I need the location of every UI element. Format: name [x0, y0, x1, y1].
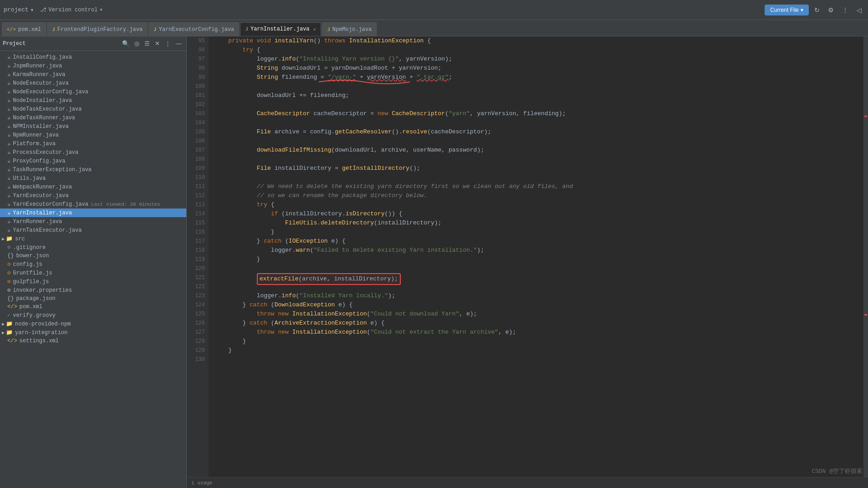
code-line-116: }: [214, 228, 863, 237]
code-line-100: [214, 82, 863, 91]
folder-label: node-provided-npm: [15, 321, 71, 327]
code-line-101: downloadUrl += fileending;: [214, 91, 863, 100]
tree-folder-src[interactable]: ▶📁src: [0, 234, 186, 243]
code-line-97: logger.info("Installing Yarn version {}"…: [214, 55, 863, 64]
tab-label-npmmojo: NpmMojo.java: [332, 26, 372, 33]
code-container: 95 96 97 98 99 100 101 102 103 104 105 1…: [187, 36, 868, 477]
tab-yarnexecutor[interactable]: J YarnExecutorConfig.java: [148, 22, 239, 36]
tab-close-yarninstaller[interactable]: ✕: [313, 26, 317, 32]
project-breadcrumb[interactable]: project ▾: [4, 6, 34, 14]
tree-item-installconfig[interactable]: ☕InstallConfig.java: [0, 53, 186, 61]
tree-item-yarnrunner[interactable]: ☕YarnRunner.java: [0, 217, 186, 226]
tree-item-invoker[interactable]: ⚙invoker.properties: [0, 286, 186, 295]
tree-folder-node-provided-npm[interactable]: ▶📁node-provided-npm: [0, 320, 186, 328]
java-file-icon: ☕: [7, 209, 10, 216]
scroll-marker-1: [864, 116, 867, 117]
sidebar-collapse-button[interactable]: ☰: [143, 39, 152, 48]
java-file-icon: ☕: [7, 97, 10, 104]
tab-yarninstaller[interactable]: J YarnInstaller.java ✕: [240, 22, 321, 36]
java-file-icon: ☕: [7, 88, 10, 95]
share-button[interactable]: ◁: [854, 5, 864, 15]
tree-item-proxyconfig[interactable]: ☕ProxyConfig.java: [0, 157, 186, 165]
js-icon: ⚙: [7, 261, 10, 268]
tab-icon-yarnexecutor: J: [153, 27, 157, 32]
tab-label-yarnexecutor: YarnExecutorConfig.java: [159, 26, 235, 33]
project-label[interactable]: project: [4, 6, 29, 13]
tree-item-npmrunner[interactable]: ☕NpmRunner.java: [0, 131, 186, 139]
java-file-icon: ☕: [7, 175, 10, 182]
folder-icon: 📁: [6, 235, 13, 242]
java-file-icon: ☕: [7, 140, 10, 147]
tree-item-gitignore[interactable]: ⊘.gitignore: [0, 243, 186, 252]
tree-item-platform[interactable]: ☕Platform.java: [0, 139, 186, 148]
tree-item-yarnexecutor[interactable]: ☕YarnExecutor.java: [0, 191, 186, 200]
tab-npmmojo[interactable]: J NpmMojo.java: [322, 22, 377, 36]
code-line-107: downloadFileIfMissing(downloadUrl, archi…: [214, 146, 863, 155]
tree-item-nodetaskrunner[interactable]: ☕NodeTaskRunner.java: [0, 113, 186, 122]
tree-item-utils[interactable]: ☕Utils.java: [0, 174, 186, 183]
tree-item-jspmrunner[interactable]: ☕JspmRunner.java: [0, 61, 186, 70]
tree-item-taskrunnerexception[interactable]: ☕TaskRunnerException.java: [0, 165, 186, 174]
folder-label: src: [15, 236, 25, 242]
tree-item-packagejson[interactable]: {}package.json: [0, 295, 186, 303]
top-bar-right: Current File ▾ ↻ ⚙ ⋮ ◁: [765, 5, 864, 15]
code-line-120: [214, 264, 863, 273]
sidebar-minimize-button[interactable]: —: [174, 39, 184, 48]
tree-item-nodetaskexecutor[interactable]: ☕NodeTaskExecutor.java: [0, 105, 186, 113]
code-line-96: try {: [214, 46, 863, 55]
tree-item-yarntaskexecutor[interactable]: ☕YarnTaskExecutor.java: [0, 226, 186, 234]
code-line-118: logger.warn("Failed to delete existing Y…: [214, 246, 863, 255]
xml-icon: </>: [7, 304, 17, 310]
sidebar-close-button[interactable]: ✕: [153, 39, 162, 48]
tab-frontend[interactable]: J FrontendPluginFactory.java: [47, 22, 148, 36]
tree-item-karmarunner[interactable]: ☕KarmaRunner.java: [0, 70, 186, 79]
code-line-103: CacheDescriptor cacheDescriptor = new Ca…: [214, 109, 863, 118]
js-icon: ⚙: [7, 269, 10, 276]
tree-item-configjs[interactable]: ⚙config.js: [0, 260, 186, 269]
tree-item-yarnexecutorconfig[interactable]: ☕YarnExecutorConfig.javaLast viewed: 26 …: [0, 200, 186, 208]
scroll-indicator: [863, 36, 868, 477]
tree-item-nodeexecutorconfig[interactable]: ☕NodeExecutorConfig.java: [0, 87, 186, 96]
main-layout: Project 🔍 ◎ ☰ ✕ ⋮ — ☕InstallConfig.java …: [0, 36, 868, 488]
tree-item-meta: Last viewed: 26 minutes: [91, 202, 160, 207]
tree-item-bowerjson[interactable]: {}bower.json: [0, 252, 186, 260]
sidebar-more-button[interactable]: ⋮: [163, 39, 173, 48]
sidebar-search-button[interactable]: 🔍: [120, 39, 131, 48]
tree-item-gruntfile[interactable]: ⚙Gruntfile.js: [0, 269, 186, 277]
tree-item-verifygroovy[interactable]: ✓verify.groovy: [0, 311, 186, 320]
code-editor[interactable]: private void installYarn() throws Instal…: [209, 36, 863, 477]
tab-icon-pom: </>: [7, 27, 16, 32]
tab-bar: </> pom.xml J FrontendPluginFactory.java…: [0, 20, 868, 36]
tree-item-yarninstaller[interactable]: ☕YarnInstaller.java: [0, 208, 186, 217]
code-line-98: String downloadUrl = yarnDownloadRoot + …: [214, 64, 863, 73]
tree-folder-yarn-integration[interactable]: ▶📁yarn-integration: [0, 328, 186, 337]
version-control-button[interactable]: ⎇ Version control ▾: [37, 5, 105, 15]
java-file-icon: ☕: [7, 114, 10, 121]
settings-button[interactable]: ⚙: [825, 5, 837, 15]
current-file-button[interactable]: Current File ▾: [765, 5, 809, 15]
sidebar-icons: 🔍 ◎ ☰ ✕ ⋮ —: [120, 39, 184, 48]
tree-item-processexecutor[interactable]: ☕ProcessExecutor.java: [0, 148, 186, 157]
code-line-117: } catch (IOException e) {: [214, 237, 863, 246]
refresh-button[interactable]: ↻: [812, 5, 822, 15]
code-line-130: [214, 355, 863, 364]
code-line-110: [214, 173, 863, 182]
tree-item-nodeinstaller[interactable]: ☕NodeInstaller.java: [0, 96, 186, 105]
code-line-123: logger.info("Installed Yarn locally.");: [214, 291, 863, 300]
java-file-icon: ☕: [7, 192, 10, 199]
tree-item-webpackrunner[interactable]: ☕WebpackRunner.java: [0, 183, 186, 191]
tree-item-npminstaller[interactable]: ☕NPMInstaller.java: [0, 122, 186, 131]
current-file-label: Current File: [770, 7, 799, 13]
breadcrumb-arrow: ▾: [31, 6, 34, 14]
code-line-128: }: [214, 337, 863, 346]
code-line-127: throw new InstallationException("Could n…: [214, 328, 863, 337]
tree-item-settingsxml[interactable]: </>settings.xml: [0, 337, 186, 345]
tree-item-pomxml[interactable]: </>pom.xml: [0, 303, 186, 311]
sidebar-locate-button[interactable]: ◎: [133, 39, 141, 48]
tab-pom[interactable]: </> pom.xml: [2, 22, 46, 36]
tree-item-gulpfile[interactable]: ⚙gulpfile.js: [0, 277, 186, 286]
settings-icon: ⚙: [828, 6, 834, 14]
tree-item-nodeexecutor[interactable]: ☕NodeExecutor.java: [0, 79, 186, 87]
code-line-129: }: [214, 346, 863, 355]
more-options-button[interactable]: ⋮: [839, 5, 851, 15]
